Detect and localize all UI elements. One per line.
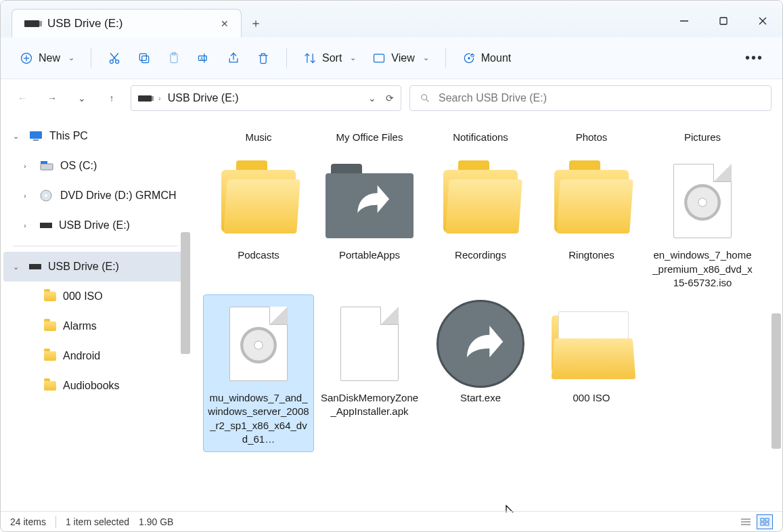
item-label: mu_windows_7_and_windows_server_2008_r2_… <box>208 391 309 446</box>
item-win7-iso[interactable]: en_windows_7_home_premium_x86_dvd_x15-65… <box>648 152 757 295</box>
separator <box>445 48 446 68</box>
delete-button[interactable] <box>250 45 277 72</box>
forward-button[interactable]: → <box>41 87 63 109</box>
folder-icon <box>443 170 518 232</box>
item-000iso-folder[interactable]: 000 ISO <box>537 295 646 451</box>
tree-dvd[interactable]: › DVD Drive (D:) GRMCH <box>3 181 187 210</box>
item-start-exe[interactable]: Start.exe <box>426 295 535 451</box>
rename-button[interactable]: A <box>190 45 217 72</box>
drive-icon <box>40 160 53 171</box>
item-sandisk-apk[interactable]: SanDiskMemoryZone_AppInstaller.apk <box>315 295 424 451</box>
tree-usb-current[interactable]: ⌄ USB Drive (E:) <box>3 252 187 282</box>
toolbar: New ⌄ A Sort ⌄ View ⌄ Mount ••• <box>1 37 782 79</box>
address-bar[interactable]: › USB Drive (E:) ⌄ ⟳ <box>131 85 401 111</box>
svg-point-20 <box>468 57 470 59</box>
item-ringtones[interactable]: Ringtones <box>537 152 646 295</box>
new-button[interactable]: New ⌄ <box>13 45 81 72</box>
chevron-down-icon: ⌄ <box>423 53 429 62</box>
tree-label: This PC <box>49 130 88 142</box>
status-size: 1.90 GB <box>139 516 173 527</box>
more-button[interactable]: ••• <box>738 45 770 72</box>
tree-usb[interactable]: › USB Drive (E:) <box>3 210 187 240</box>
svg-line-23 <box>426 99 428 102</box>
icons-view-button[interactable] <box>757 514 773 529</box>
item-label: Ringtones <box>568 248 614 262</box>
svg-rect-33 <box>761 518 764 521</box>
copy-button[interactable] <box>131 45 158 72</box>
svg-point-7 <box>110 60 113 63</box>
tree-audiobooks[interactable]: Audiobooks <box>3 371 187 401</box>
folder-icon <box>44 292 56 301</box>
item-label: Pictures <box>684 131 721 144</box>
close-button[interactable] <box>743 5 782 37</box>
cut-button[interactable] <box>101 45 128 72</box>
refresh-icon[interactable]: ⟳ <box>386 93 394 104</box>
tree-alarms[interactable]: Alarms <box>3 311 187 341</box>
item-music[interactable]: Music <box>204 117 313 150</box>
folder-shortcut-icon <box>326 164 413 238</box>
search-input[interactable]: Search USB Drive (E:) <box>409 85 771 111</box>
folder-icon <box>44 351 56 361</box>
sort-label: Sort <box>322 52 342 64</box>
svg-rect-12 <box>139 53 146 60</box>
item-recordings[interactable]: Recordings <box>426 152 535 295</box>
svg-rect-36 <box>765 523 769 525</box>
item-label: Podcasts <box>238 248 279 262</box>
statusbar: 24 items 1 item selected 1.90 GB <box>1 511 782 531</box>
search-placeholder: Search USB Drive (E:) <box>439 92 547 104</box>
tree-label: 000 ISO <box>63 290 103 303</box>
item-notifications[interactable]: Notifications <box>426 117 535 150</box>
maximize-button[interactable] <box>704 5 743 37</box>
mount-button[interactable]: Mount <box>455 45 518 72</box>
recent-button[interactable]: ⌄ <box>71 87 93 109</box>
window-tab[interactable]: USB Drive (E:) ✕ <box>12 9 242 37</box>
mount-label: Mount <box>481 52 511 64</box>
tree-000iso[interactable]: 000 ISO <box>3 282 187 311</box>
svg-rect-18 <box>374 54 384 62</box>
item-podcasts[interactable]: Podcasts <box>204 152 313 295</box>
item-label: Notifications <box>453 131 508 144</box>
tree-android[interactable]: Android <box>3 341 187 371</box>
separator <box>55 516 56 528</box>
svg-rect-1 <box>720 18 727 24</box>
chevron-right-icon: › <box>24 192 33 200</box>
exe-icon <box>437 300 524 388</box>
item-mu-windows-iso[interactable]: mu_windows_7_and_windows_server_2008_r2_… <box>204 295 313 451</box>
tree-label: Android <box>63 350 100 362</box>
divider <box>13 246 178 246</box>
item-portableapps[interactable]: PortableApps <box>315 152 424 295</box>
svg-point-29 <box>45 194 47 197</box>
tree-this-pc[interactable]: ⌄ This PC <box>3 121 187 151</box>
tree-label: DVD Drive (D:) GRMCH <box>60 190 177 202</box>
chevron-down-icon[interactable]: ⌄ <box>368 93 376 104</box>
new-tab-button[interactable]: ＋ <box>242 9 270 37</box>
file-icon <box>340 307 399 381</box>
folder-icon <box>44 381 56 391</box>
address-path: USB Drive (E:) <box>168 92 239 104</box>
share-button[interactable] <box>220 45 247 72</box>
item-pictures[interactable]: Pictures <box>648 117 757 150</box>
sort-button[interactable]: Sort ⌄ <box>296 45 363 72</box>
tree-os-c[interactable]: › OS (C:) <box>3 151 187 181</box>
chevron-down-icon: ⌄ <box>68 53 74 62</box>
item-office[interactable]: My Office Files <box>315 117 424 150</box>
paste-button[interactable] <box>160 45 187 72</box>
chevron-right-icon: › <box>24 221 33 229</box>
separator <box>91 48 91 68</box>
tree-label: OS (C:) <box>60 160 97 172</box>
close-tab-icon[interactable]: ✕ <box>221 18 229 29</box>
item-photos[interactable]: Photos <box>537 117 646 150</box>
search-icon <box>420 93 430 104</box>
usb-icon <box>138 95 152 102</box>
chevron-down-icon: ⌄ <box>13 263 22 271</box>
details-view-button[interactable] <box>738 514 754 529</box>
tree-label: USB Drive (E:) <box>48 261 119 273</box>
folder-icon <box>221 170 296 232</box>
minimize-button[interactable] <box>665 5 704 37</box>
item-label: Recordings <box>455 248 506 262</box>
view-button[interactable]: View ⌄ <box>365 45 435 72</box>
content-scrollbar[interactable] <box>771 313 781 449</box>
back-button[interactable]: ← <box>12 87 33 109</box>
up-button[interactable]: ↑ <box>101 87 122 109</box>
sidebar-scrollbar[interactable] <box>181 232 190 354</box>
